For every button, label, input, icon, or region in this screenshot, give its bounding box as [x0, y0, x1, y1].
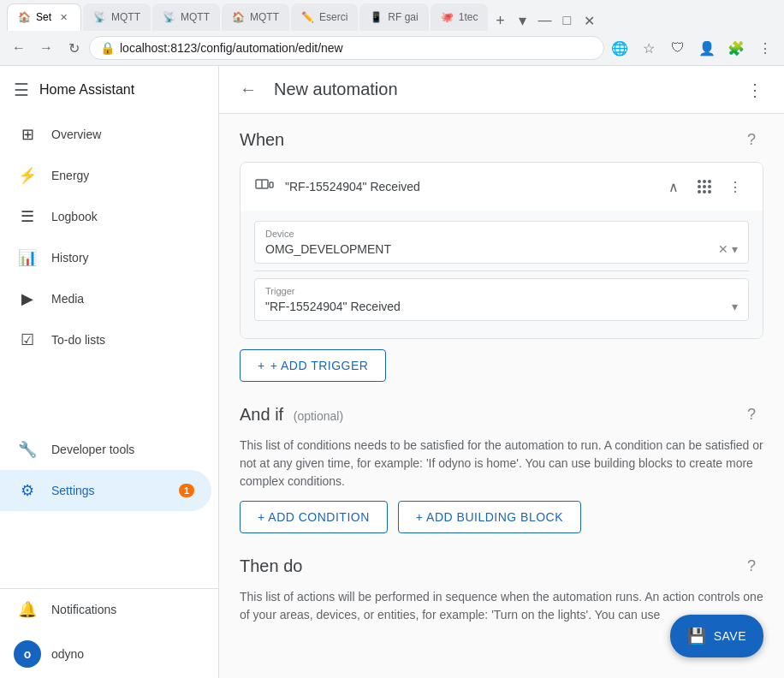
when-section: When ? "RF-15524904" Received — [240, 128, 763, 382]
sidebar-item-media[interactable]: ▶ Media — [0, 278, 211, 319]
add-condition-button[interactable]: + ADD CONDITION — [240, 501, 388, 533]
minimize-button[interactable]: — — [534, 10, 555, 31]
notifications-icon: 🔔 — [17, 600, 38, 619]
developer-icon: 🔧 — [17, 440, 38, 459]
tab-favicon: 📡 — [163, 11, 175, 23]
shield-button[interactable]: 🛡 — [666, 36, 690, 60]
tab-favicon: ✏️ — [301, 11, 314, 23]
user-avatar: o — [14, 640, 41, 668]
tab-label: Set — [36, 11, 51, 23]
user-name: odyno — [51, 647, 84, 661]
translate-button[interactable]: 🌐 — [608, 36, 632, 60]
tab-esercizi[interactable]: ✏️ Eserci — [291, 3, 358, 31]
tab-mqtt2[interactable]: 📡 MQTT — [152, 3, 220, 31]
sidebar-item-overview[interactable]: ⊞ Overview — [0, 114, 211, 155]
sidebar-item-developer[interactable]: 🔧 Developer tools — [0, 429, 211, 470]
close-button[interactable]: ✕ — [579, 10, 599, 31]
tab-label: RF gai — [388, 11, 418, 23]
add-trigger-plus-icon: + — [258, 359, 265, 372]
optional-label: (optional) — [294, 409, 343, 423]
tab-settings[interactable]: 🏠 Set ✕ — [7, 3, 81, 31]
svg-rect-1 — [270, 182, 273, 187]
sidebar-item-energy[interactable]: ⚡ Energy — [0, 155, 211, 196]
then-do-title: Then do — [240, 556, 302, 576]
sidebar-item-label: History — [51, 251, 89, 265]
tab-rfgame[interactable]: 📱 RF gai — [359, 3, 428, 31]
trigger-drag-button[interactable] — [691, 173, 718, 200]
address-bar[interactable]: 🔒 localhost:8123/config/automation/edit/… — [89, 36, 604, 60]
sidebar-item-todo[interactable]: ☑ To-do lists — [0, 319, 211, 360]
tab-label: MQTT — [250, 11, 279, 23]
trigger-field: Trigger "RF-15524904" Received ▾ — [254, 278, 749, 321]
device-expand-icon[interactable]: ▾ — [732, 242, 738, 256]
maximize-button[interactable]: □ — [556, 10, 577, 31]
sidebar-user[interactable]: o odyno — [0, 630, 218, 678]
sidebar-item-label: Logbook — [51, 210, 98, 223]
extensions-button[interactable]: 🧩 — [724, 36, 748, 60]
page-title: New automation — [274, 80, 729, 99]
tab-close-button[interactable]: ✕ — [56, 10, 70, 24]
profile-button[interactable]: 👤 — [695, 36, 719, 60]
when-section-header: When ? — [240, 128, 763, 152]
settings-icon: ⚙ — [17, 481, 38, 500]
and-if-title-text: And if — [240, 405, 283, 424]
history-icon: 📊 — [17, 248, 38, 267]
sidebar-item-label: Settings — [51, 484, 95, 497]
sidebar-item-settings[interactable]: ⚙ Settings 1 — [0, 470, 211, 511]
trigger-more-button[interactable]: ⋮ — [722, 173, 749, 200]
when-help-button[interactable]: ? — [739, 128, 763, 152]
sidebar-item-logbook[interactable]: ☰ Logbook — [0, 196, 211, 237]
address-bar-icons: 🌐 ☆ 🛡 👤 🧩 ⋮ — [608, 36, 777, 60]
tab-favicon: 📡 — [93, 11, 106, 23]
save-icon: 💾 — [687, 627, 707, 645]
sidebar-item-label: Developer tools — [51, 443, 134, 456]
sidebar-title: Home Assistant — [39, 82, 134, 98]
tab-favicon: 📱 — [370, 11, 383, 23]
trigger-value-text: "RF-15524904" Received — [265, 300, 728, 313]
tab-bar: 🏠 Set ✕ 📡 MQTT 📡 MQTT 🏠 MQTT ✏️ Eserci 📱… — [0, 0, 784, 31]
more-options-button[interactable]: ⋮ — [739, 74, 770, 105]
add-btn-row: + ADD CONDITION + ADD BUILDING BLOCK — [240, 501, 763, 533]
forward-navigation-button[interactable]: → — [34, 36, 58, 60]
logbook-icon: ☰ — [17, 207, 38, 226]
trigger-body: Device OMG_DEVELOPMENT ✕ ▾ Trigger "RF — [241, 211, 763, 338]
sidebar-item-history[interactable]: 📊 History — [0, 237, 211, 278]
tab-list-button[interactable]: ▾ — [512, 10, 532, 31]
trigger-device-icon — [254, 175, 275, 199]
sidebar-item-notifications[interactable]: 🔔 Notifications — [0, 589, 211, 630]
trigger-expand-icon[interactable]: ▾ — [732, 300, 738, 313]
tab-label: MQTT — [181, 11, 210, 23]
tab-mqtt3[interactable]: 🏠 MQTT — [222, 3, 289, 31]
trigger-collapse-button[interactable]: ∧ — [660, 173, 687, 200]
browser-menu-button[interactable]: ⋮ — [753, 36, 777, 60]
trigger-field-label: Trigger — [265, 286, 738, 296]
field-divider — [254, 271, 749, 271]
when-title: When — [240, 130, 284, 150]
back-button[interactable]: ← — [233, 74, 264, 105]
sidebar-menu-icon[interactable]: ☰ — [14, 80, 29, 100]
tab-github[interactable]: 🐙 1tec — [431, 3, 489, 31]
tab-mqtt1[interactable]: 📡 MQTT — [83, 3, 151, 31]
device-clear-icon[interactable]: ✕ — [718, 242, 728, 256]
and-if-help-button[interactable]: ? — [739, 402, 763, 426]
user-initials: o — [24, 647, 32, 661]
bookmark-button[interactable]: ☆ — [637, 36, 661, 60]
main-scroll: When ? "RF-15524904" Received — [219, 114, 784, 678]
sidebar-item-label: To-do lists — [51, 333, 105, 347]
then-do-help-button[interactable]: ? — [739, 554, 763, 578]
drag-grid-icon — [698, 180, 711, 193]
add-building-block-button[interactable]: + ADD BUILDING BLOCK — [398, 501, 581, 533]
and-if-section-header: And if (optional) ? — [240, 402, 763, 426]
back-navigation-button[interactable]: ← — [7, 36, 31, 60]
sidebar-item-label: Energy — [51, 169, 89, 182]
add-trigger-button[interactable]: + + ADD TRIGGER — [240, 349, 386, 382]
save-button[interactable]: 💾 SAVE — [670, 615, 763, 657]
notifications-label: Notifications — [51, 603, 116, 616]
app-layout: ☰ Home Assistant ⊞ Overview ⚡ Energy ☰ L… — [0, 66, 784, 678]
main-content: ← New automation ⋮ When ? — [219, 66, 784, 678]
trigger-card: "RF-15524904" Received ∧ ⋮ — [240, 162, 763, 339]
device-value-text: OMG_DEVELOPMENT — [265, 242, 718, 256]
new-tab-button[interactable]: + — [490, 10, 510, 31]
reload-button[interactable]: ↻ — [62, 36, 86, 60]
media-icon: ▶ — [17, 289, 38, 308]
